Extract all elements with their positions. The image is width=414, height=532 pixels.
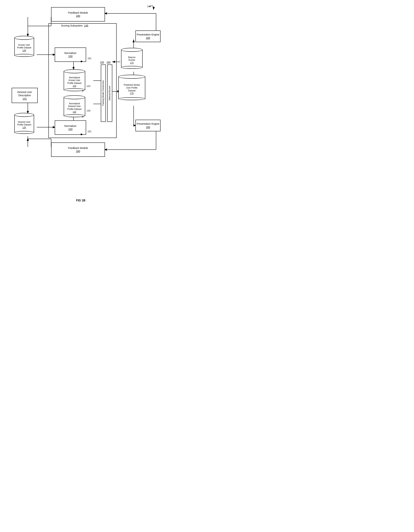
normalizer-top: Normalizer 150 <box>55 48 86 62</box>
normalizer-top-ref: 151 <box>88 57 91 60</box>
scoring-subsystem-label: Scoring Subsystem 145 <box>61 24 88 27</box>
normalizer-bottom-label: Normalizer150 <box>64 124 77 131</box>
feedback-module-top-label: Feedback Module 180 <box>68 11 88 18</box>
feedback-module-top: Feedback Module 180 <box>51 7 105 21</box>
desired-user-profile-label: Desired UserProfile Dataset125 <box>17 121 31 129</box>
beacon-events-label: BeaconEvents172 <box>128 56 136 65</box>
normalizer-top-connector <box>81 61 82 62</box>
training-model-constructor: Training Model Constructor <box>101 65 106 122</box>
normalizer-bottom: Normalizer150 <box>55 120 86 135</box>
normalizer-bottom-connector <box>81 134 82 135</box>
presentation-engine-top-label: Presentation Engine 185 <box>136 33 160 39</box>
presentation-engine-bottom-label: Presentation Engine 185 <box>136 122 160 129</box>
known-user-profile-cylinder: Known UserProfile Dataset120 <box>14 35 34 57</box>
predicted-similar-cylinder: Predicted SimilarUser ProfileDataset170 <box>118 74 145 99</box>
training-model-ref: 155 <box>100 61 104 64</box>
diagram: 140 Feedback Module 180 Scoring Subsyste… <box>0 0 161 197</box>
presentation-engine-top: Presentation Engine 185 <box>135 30 160 42</box>
known-user-profile-label: Known UserProfile Dataset120 <box>17 44 31 52</box>
feedback-module-bottom: Feedback Module180 <box>51 142 105 157</box>
selector-scorer: Selector/Scorer <box>107 65 112 122</box>
normalized-known-ref: 123 <box>87 85 90 87</box>
normalized-desired-ref: 133 <box>87 109 90 112</box>
predicted-similar-label: Predicted SimilarUser ProfileDataset170 <box>124 84 140 95</box>
presentation-engine-bottom: Presentation Engine 185 <box>135 120 160 131</box>
beacon-events-cylinder: BeaconEvents172 <box>121 48 143 68</box>
normalizer-top-label: Normalizer 150 <box>64 51 77 58</box>
desired-user-desc-label: Desired UserDescription131 <box>17 90 32 100</box>
normalized-desired-cylinder: NormalizedDesired UserProfile Dataset132 <box>64 95 85 116</box>
desired-user-desc-box: Desired UserDescription131 <box>12 88 38 103</box>
normalized-desired-label: NormalizedDesired UserProfile Dataset132 <box>68 102 82 114</box>
ref-140-label: 140 <box>147 5 151 8</box>
normalizer-bottom-ref: 151 <box>88 130 91 133</box>
feedback-module-bottom-label: Feedback Module180 <box>68 146 88 153</box>
figure-label: FIG 1B <box>0 199 161 202</box>
selector-scorer-ref: 160 <box>107 61 110 64</box>
normalized-known-cylinder: NormalizedKnown UserProfile Dataset122 <box>64 69 85 90</box>
normalized-known-label: NormalizedKnown UserProfile Dataset122 <box>68 76 82 87</box>
desired-user-profile-cylinder: Desired UserProfile Dataset125 <box>14 112 34 133</box>
